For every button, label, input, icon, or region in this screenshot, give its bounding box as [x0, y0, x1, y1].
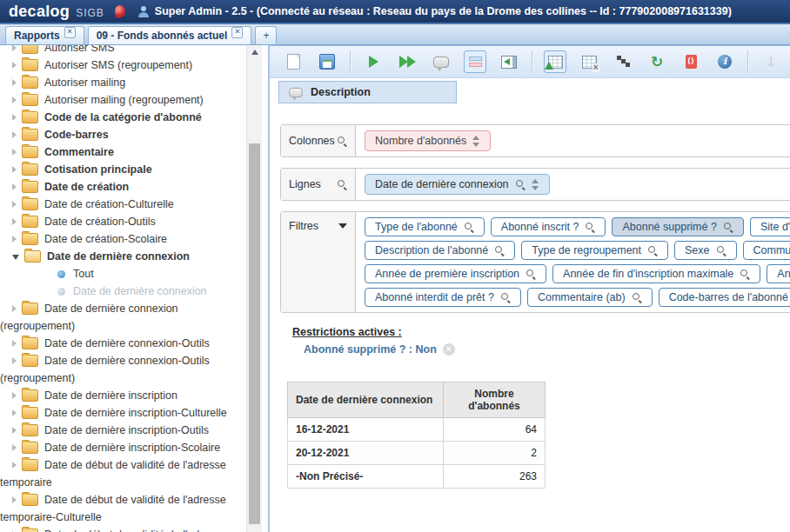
sidebar-scrollbar[interactable] — [246, 45, 262, 532]
error-report-button[interactable]: () — [680, 50, 702, 73]
tree-item[interactable]: Code-barres — [0, 127, 246, 144]
tree-item[interactable]: Date de dernière inscription-Outils — [0, 422, 246, 440]
search-icon[interactable] — [740, 269, 750, 279]
links-button[interactable] — [612, 50, 634, 73]
field-chip[interactable]: Type de regroupement — [521, 241, 668, 260]
tree-item[interactable]: Autoriser mailing (regroupement) — [0, 92, 246, 110]
tab-fonds-abonnes-actuel[interactable]: 09 - Fonds abonnés actuel — [88, 26, 252, 44]
expand-icon[interactable] — [12, 340, 17, 347]
new-report-button[interactable] — [282, 50, 305, 73]
run-button[interactable] — [362, 50, 385, 73]
field-chip[interactable]: Date de dernière connexion — [365, 174, 550, 195]
run-all-button[interactable] — [396, 50, 418, 73]
tree-item[interactable]: Date de création-Culturelle — [0, 196, 246, 214]
expand-icon[interactable] — [12, 236, 17, 243]
search-icon[interactable] — [716, 245, 726, 256]
collapse-icon[interactable] — [12, 255, 19, 260]
save-button[interactable] — [316, 50, 338, 73]
field-chip[interactable]: Commune — [743, 241, 790, 260]
refresh-button[interactable]: ↻ — [646, 50, 668, 73]
field-chip[interactable]: Sexe — [674, 241, 737, 260]
tree-item[interactable]: Autoriser mailing — [0, 75, 246, 92]
tree-item[interactable]: Date de dernière connexion — [0, 283, 246, 301]
expand-icon[interactable] — [12, 357, 17, 364]
field-chip[interactable]: Type de l'abonné — [365, 217, 485, 236]
tab-close-icon[interactable] — [64, 27, 76, 38]
field-chip[interactable]: Année de fin d'inscription maximale — [552, 264, 760, 283]
search-icon[interactable] — [647, 245, 658, 256]
search-icon[interactable] — [494, 245, 505, 256]
expand-icon[interactable] — [12, 305, 17, 312]
field-chip[interactable]: Nombre d'abonnés — [365, 130, 491, 151]
new-tab-button[interactable]: + — [255, 26, 277, 44]
scrollbar-thumb[interactable] — [249, 143, 260, 524]
tab-rapports[interactable]: Rapports — [5, 26, 84, 44]
expand-icon[interactable] — [12, 409, 17, 416]
tree-item[interactable]: Autoriser SMS — [0, 45, 246, 57]
table-delete-button[interactable] — [578, 50, 600, 73]
tree-item[interactable]: Autoriser SMS (regroupement) — [0, 57, 246, 75]
collapse-panel-button[interactable] — [498, 50, 520, 73]
tree-item[interactable]: Code de la catégorie d'abonné — [0, 110, 246, 127]
tab-close-icon[interactable] — [231, 27, 243, 38]
search-icon[interactable] — [515, 179, 526, 190]
expand-icon[interactable] — [12, 96, 17, 103]
info-button[interactable]: i — [713, 50, 736, 73]
expand-icon[interactable] — [12, 149, 17, 156]
expand-icon[interactable] — [12, 496, 17, 503]
tree-item[interactable]: Date de dernière connexion (regroupement… — [0, 301, 246, 336]
search-icon[interactable] — [337, 179, 347, 190]
field-chip[interactable]: Site d'appartenance — [750, 217, 790, 236]
search-icon[interactable] — [723, 222, 733, 232]
field-chip[interactable]: Abonné supprimé ? — [612, 217, 743, 236]
expand-icon[interactable] — [12, 45, 17, 51]
tree-item[interactable]: Date de début de validité de l'adresse t… — [0, 492, 246, 527]
tree-item[interactable]: Tout — [0, 266, 246, 283]
tree-item[interactable]: Date de début de validité de l'adresse t… — [0, 527, 246, 532]
tree-item[interactable]: Date de dernière connexion-Outils (regro… — [0, 353, 246, 388]
tree-item[interactable]: Date de dernière inscription-Culturelle — [0, 405, 246, 422]
search-icon[interactable] — [585, 222, 595, 232]
tab-description[interactable]: Description — [278, 81, 457, 103]
tree-item[interactable]: Date de dernière inscription-Scolaire — [0, 440, 246, 457]
expand-icon[interactable] — [12, 392, 17, 399]
expand-icon[interactable] — [12, 166, 17, 173]
tree-item[interactable]: Date de dernière connexion-Outils — [0, 336, 246, 353]
expand-icon[interactable] — [12, 79, 17, 86]
expand-icon[interactable] — [12, 183, 17, 190]
comment-button[interactable] — [430, 50, 452, 73]
tree-item[interactable]: Date de dernière inscription — [0, 388, 246, 405]
field-chip[interactable]: Abonné interdit de prêt ? — [365, 288, 521, 307]
field-chip[interactable]: Abonné inscrit ? — [491, 217, 606, 236]
search-icon[interactable] — [632, 292, 642, 303]
scroll-up-icon[interactable] — [247, 45, 262, 59]
import-table-button[interactable] — [544, 50, 566, 73]
expand-icon[interactable] — [12, 201, 17, 208]
layout-button[interactable] — [464, 50, 486, 73]
remove-restriction-icon[interactable] — [443, 343, 455, 356]
search-icon[interactable] — [526, 269, 536, 279]
tree-item[interactable]: Date de début de validité de l'adresse t… — [0, 457, 246, 492]
search-icon[interactable] — [337, 136, 347, 146]
field-chip[interactable]: Commentaire (ab) — [527, 288, 653, 307]
tree-item[interactable]: Date de création — [0, 179, 246, 196]
tree-item[interactable]: Commentaire — [0, 144, 246, 162]
tree-item[interactable]: Date de dernière connexion — [0, 249, 246, 266]
tree-item[interactable]: Cotisation principale — [0, 162, 246, 179]
chevron-down-icon[interactable] — [338, 223, 347, 229]
field-chip[interactable]: Année de première inscription — [365, 264, 546, 283]
tree-item[interactable]: Date de création-Outils — [0, 214, 246, 231]
search-icon[interactable] — [500, 292, 511, 303]
expand-icon[interactable] — [12, 62, 17, 69]
expand-icon[interactable] — [12, 218, 17, 225]
expand-icon[interactable] — [12, 462, 17, 469]
expand-icon[interactable] — [12, 114, 17, 121]
sort-icon[interactable] — [532, 179, 539, 190]
expand-icon[interactable] — [12, 427, 17, 434]
expand-icon[interactable] — [12, 131, 17, 138]
field-chip[interactable]: Description de l'abonné — [365, 241, 515, 260]
tree-item[interactable]: Date de création-Scolaire — [0, 231, 246, 249]
field-chip[interactable]: Code-barres de l'abonné — [659, 288, 790, 307]
field-chip[interactable]: Année du dernie — [767, 264, 790, 283]
search-icon[interactable] — [464, 222, 474, 232]
